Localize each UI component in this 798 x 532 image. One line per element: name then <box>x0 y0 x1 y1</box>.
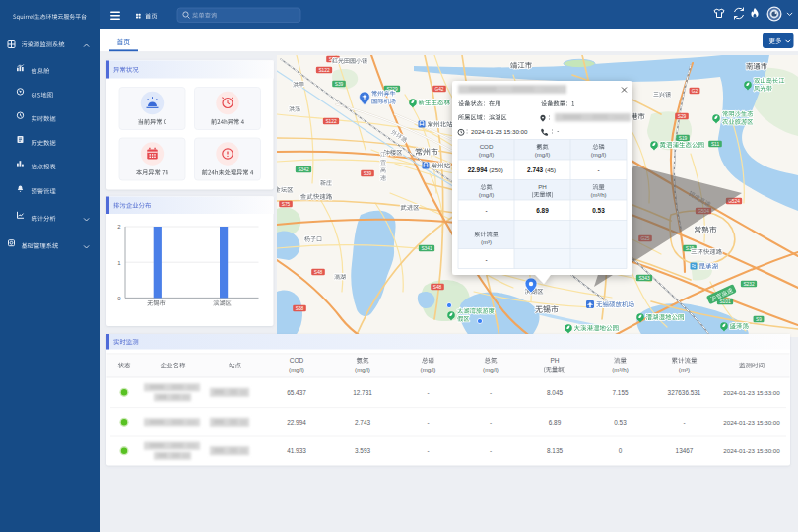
svg-text:(m³): (m³) <box>481 239 492 245</box>
svg-text:-: - <box>597 166 599 173</box>
svg-text:22.994: 22.994 <box>468 166 488 173</box>
svg-text:(m³/h): (m³/h) <box>612 366 629 373</box>
svg-text:S9: S9 <box>756 317 762 322</box>
svg-text:6.89: 6.89 <box>549 419 562 426</box>
svg-text:7.155: 7.155 <box>613 389 629 396</box>
svg-text:(m³): (m³) <box>679 366 690 373</box>
svg-text:(45): (45) <box>545 166 556 173</box>
svg-text:(mg/l): (mg/l) <box>289 366 304 373</box>
svg-text:65.437: 65.437 <box>287 389 306 396</box>
svg-text:S58: S58 <box>296 306 304 311</box>
svg-text:0: 0 <box>619 447 623 454</box>
svg-text:G42: G42 <box>434 87 443 92</box>
svg-text:3.593: 3.593 <box>355 447 370 454</box>
svg-text:S342: S342 <box>298 167 309 172</box>
svg-text:(mg/l): (mg/l) <box>421 366 436 373</box>
svg-text:(mg/l): (mg/l) <box>355 366 370 373</box>
svg-text:2024-01-23 15:30:00: 2024-01-23 15:30:00 <box>723 447 780 454</box>
svg-text:S122: S122 <box>325 119 337 124</box>
svg-text:2024-01-23 15:33:00: 2024-01-23 15:33:00 <box>723 389 780 396</box>
svg-text:S39: S39 <box>335 82 344 87</box>
svg-text:0.53: 0.53 <box>614 419 627 426</box>
svg-text:S341: S341 <box>421 246 432 251</box>
svg-text:2.743: 2.743 <box>355 419 370 426</box>
svg-text:2.743: 2.743 <box>527 166 543 173</box>
svg-text:(mg/l): (mg/l) <box>591 152 606 158</box>
svg-text:PH: PH <box>538 183 547 190</box>
svg-text:-: - <box>427 419 429 426</box>
svg-text:22.994: 22.994 <box>287 419 306 426</box>
svg-text:(m³/h): (m³/h) <box>591 192 607 198</box>
svg-text:S232: S232 <box>743 282 755 287</box>
svg-text:2024-01-23 15:30:00: 2024-01-23 15:30:00 <box>471 128 528 135</box>
svg-text:2024-01-23 15:30:00: 2024-01-23 15:30:00 <box>723 419 780 426</box>
svg-text:S19: S19 <box>679 136 688 141</box>
svg-text:S48: S48 <box>314 270 323 275</box>
svg-text:(mg/l): (mg/l) <box>483 366 499 373</box>
svg-text:-: - <box>490 419 492 426</box>
svg-text:COD: COD <box>480 143 494 150</box>
svg-text:-: - <box>485 256 487 263</box>
svg-text:COD: COD <box>290 357 304 364</box>
svg-text:-: - <box>490 447 492 454</box>
svg-text:S48: S48 <box>433 285 442 290</box>
svg-text:-: - <box>485 207 487 214</box>
svg-text:0.53: 0.53 <box>592 207 605 214</box>
svg-text:13467: 13467 <box>676 447 694 454</box>
svg-text:-: - <box>427 389 429 396</box>
svg-text:6.89: 6.89 <box>536 207 549 214</box>
svg-text:S11: S11 <box>711 142 720 147</box>
svg-text:12.731: 12.731 <box>353 389 372 396</box>
svg-text:S75: S75 <box>282 202 291 207</box>
svg-text:8.135: 8.135 <box>547 447 563 454</box>
svg-text:(mg/l): (mg/l) <box>479 192 494 198</box>
svg-text:G2: G2 <box>692 89 698 94</box>
svg-text:(mg/l): (mg/l) <box>479 152 494 158</box>
svg-text:S29: S29 <box>678 114 687 119</box>
svg-text:S39: S39 <box>364 171 372 176</box>
svg-text:-: - <box>427 447 429 454</box>
svg-text:-: - <box>490 389 492 396</box>
svg-text:8.045: 8.045 <box>547 389 563 396</box>
svg-text:PH: PH <box>550 357 559 364</box>
svg-text:41.933: 41.933 <box>287 447 306 454</box>
svg-text:(mg/l): (mg/l) <box>535 152 550 158</box>
svg-text:(250): (250) <box>489 166 502 173</box>
svg-text:S122: S122 <box>318 68 330 73</box>
svg-text:S101: S101 <box>719 299 731 304</box>
svg-text:327636.531: 327636.531 <box>668 389 701 396</box>
svg-text:-: - <box>683 419 685 426</box>
svg-text:S343: S343 <box>638 276 650 281</box>
